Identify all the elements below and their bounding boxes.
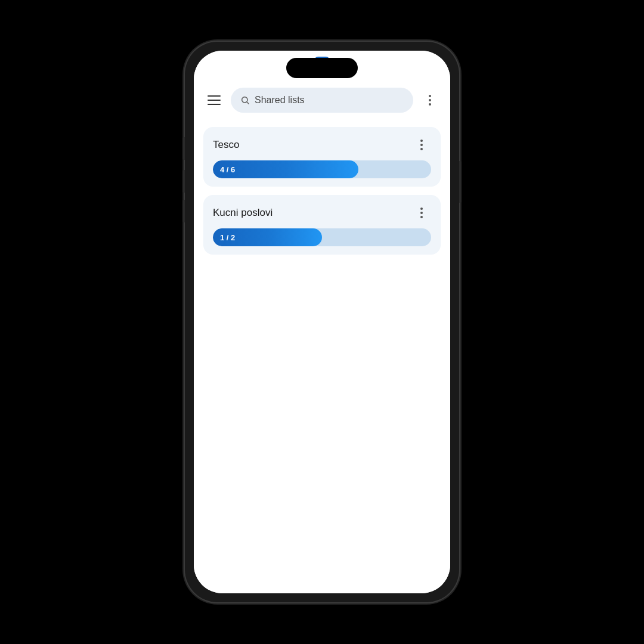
progress-track: 1 / 2 [213, 228, 431, 246]
dynamic-island [286, 58, 358, 78]
search-placeholder: Shared lists [255, 95, 305, 106]
list-title: Tesco [213, 139, 239, 151]
list-card-header: Tesco [213, 135, 431, 154]
list-more-button[interactable] [412, 203, 431, 222]
list-title: Kucni poslovi [213, 207, 273, 219]
svg-line-5 [247, 102, 249, 104]
progress-label: 4 / 6 [220, 165, 235, 174]
progress-label: 1 / 2 [220, 233, 235, 242]
search-bar[interactable]: Shared lists [231, 88, 413, 113]
progress-track: 4 / 6 [213, 160, 431, 178]
progress-fill: 1 / 2 [213, 228, 322, 246]
list-item[interactable]: Tesco 4 / 6 [203, 127, 441, 187]
phone-frame: Shared lists Tesco [185, 42, 459, 602]
progress-fill: 4 / 6 [213, 160, 358, 178]
top-bar: Shared lists [194, 83, 450, 120]
search-icon [240, 95, 250, 105]
vertical-dots-icon [429, 95, 431, 106]
phone-screen: Shared lists Tesco [194, 51, 450, 593]
list-item[interactable]: Kucni poslovi 1 / 2 [203, 195, 441, 255]
vertical-dots-icon [420, 140, 423, 150]
list-card-header: Kucni poslovi [213, 203, 431, 222]
content-area: Tesco 4 / 6 [194, 120, 450, 593]
more-options-button[interactable] [419, 89, 441, 111]
vertical-dots-icon [420, 208, 423, 218]
list-more-button[interactable] [412, 135, 431, 154]
menu-button[interactable] [203, 89, 225, 111]
